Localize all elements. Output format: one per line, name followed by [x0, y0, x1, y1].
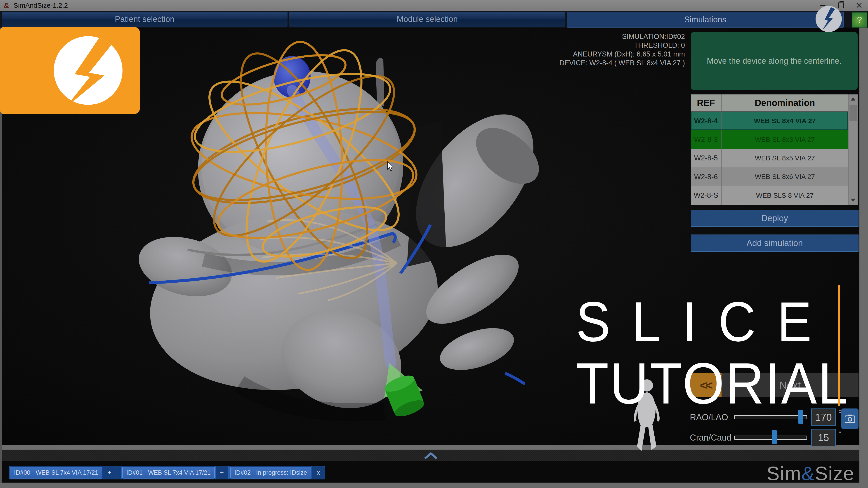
table-row[interactable]: W2-8-3 WEB SL 8x3 VIA 27	[691, 130, 848, 149]
tab-module-selection[interactable]: Module selection	[289, 12, 565, 27]
sim-tab-add-button[interactable]: +	[215, 466, 228, 479]
hud-threshold: THRESHOLD: 0	[527, 41, 685, 50]
hud-device: DEVICE: W2-8-4 ( WEB SL 8x4 VIA 27 )	[527, 59, 685, 67]
add-simulation-button[interactable]: Add simulation	[691, 234, 859, 252]
app-window: & SimAndSize-1.2.2 Patient selection Mod…	[0, 0, 868, 488]
app-icon: &	[4, 2, 10, 9]
scroll-down-icon[interactable]	[848, 196, 858, 205]
hud-aneurysm-size: ANEURYSM (DxH): 6.65 x 5.01 mm	[527, 50, 685, 59]
device-table: REF Denomination W2-8-4 WEB SL 8x4 VIA 2…	[691, 94, 858, 205]
table-scrollbar[interactable]	[848, 94, 858, 205]
header-denomination: Denomination	[721, 94, 848, 111]
titlebar: & SimAndSize-1.2.2	[0, 0, 868, 11]
table-row[interactable]: W2-8-4 WEB SL 8x4 VIA 27	[691, 111, 848, 130]
mouse-cursor	[387, 161, 396, 172]
simulation-tabs-bar: ID#00 - WEB SL 7x4 VIA 17/21 + x ID#01 -…	[2, 461, 860, 483]
tutorial-accent-line	[838, 285, 840, 406]
window-title: SimAndSize-1.2.2	[13, 2, 68, 9]
sim-tab-add-button[interactable]: +	[103, 466, 116, 479]
sim-tab-id00[interactable]: ID#00 - WEB SL 7x4 VIA 17/21 + x	[9, 466, 129, 480]
simandsize-wordmark: Sim&Size	[767, 462, 855, 485]
close-icon	[856, 2, 862, 8]
table-row[interactable]: W2-8-6 WEB SL 8x6 VIA 27	[691, 167, 848, 186]
cran-caud-control: Cran/Caud 15 °	[690, 429, 842, 447]
cran-caud-label: Cran/Caud	[690, 433, 734, 443]
chevron-up-icon	[424, 452, 438, 460]
window-edge-bottom	[0, 483, 868, 488]
deploy-button[interactable]: Deploy	[691, 210, 859, 227]
cran-caud-unit: °	[838, 429, 842, 439]
simandsize-bolt-logo-icon	[815, 6, 842, 32]
window-edge-right[interactable]	[860, 28, 868, 488]
cran-caud-slider-handle[interactable]	[772, 430, 777, 444]
table-row[interactable]: W2-8-S WEB SLS 8 VIA 27	[691, 186, 848, 205]
instruction-message: Move the device along the centerline.	[691, 32, 858, 90]
sim-tab-close-button[interactable]: x	[311, 466, 324, 479]
expand-panel-bar[interactable]	[2, 450, 860, 462]
sim-tab-id02[interactable]: ID#02 - In progress: IDsize x	[229, 466, 325, 480]
header-ref: REF	[691, 94, 721, 111]
device-table-header: REF Denomination	[691, 94, 848, 111]
tutorial-title: SLICE TUTORIAL	[576, 294, 826, 413]
main-tabbar: Patient selection Module selection Simul…	[0, 11, 868, 28]
table-row[interactable]: W2-8-5 WEB SL 8x5 VIA 27	[691, 149, 848, 167]
inlet-marker	[382, 363, 426, 420]
cran-caud-value[interactable]: 15	[811, 429, 836, 447]
tutorial-title-word1: SLICE	[576, 294, 826, 350]
sim-tab-id01[interactable]: ID#01 - WEB SL 7x4 VIA 17/21 + x	[121, 466, 242, 480]
simulation-hud: SIMULATION:ID#02 THRESHOLD: 0 ANEURYSM (…	[527, 32, 685, 67]
cran-caud-slider[interactable]	[734, 435, 807, 440]
close-button[interactable]	[850, 0, 868, 11]
tab-simulations[interactable]: Simulations	[567, 12, 844, 28]
help-button[interactable]: ?	[852, 12, 867, 28]
lightning-badge-icon	[0, 27, 140, 114]
ampersand-logo: &	[801, 462, 815, 484]
hud-simulation-id: SIMULATION:ID#02	[527, 32, 685, 41]
scroll-up-icon[interactable]	[848, 94, 858, 103]
scrollbar-thumb[interactable]	[849, 105, 857, 121]
tutorial-title-word2: TUTORIAL	[576, 354, 826, 413]
tab-patient-selection[interactable]: Patient selection	[2, 12, 287, 27]
tutorial-brand-badge	[0, 27, 140, 114]
